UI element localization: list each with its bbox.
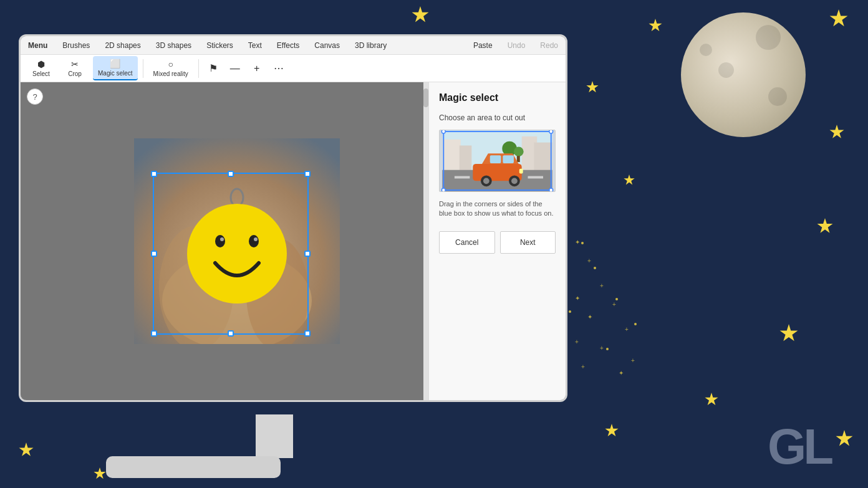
scrollbar-thumb[interactable] <box>423 89 428 107</box>
next-button[interactable]: Next <box>500 231 556 254</box>
svg-rect-30 <box>519 169 523 174</box>
menu-item-effects[interactable]: Effects <box>274 40 302 51</box>
monitor-stand <box>256 414 293 458</box>
panel-preview <box>439 130 556 192</box>
plus-icon: + <box>254 63 259 74</box>
select-icon: ⬢ <box>37 59 45 69</box>
smiley-svg <box>134 138 340 344</box>
toolbar-action-3[interactable]: + <box>248 60 266 77</box>
menu-item-3d-library[interactable]: 3D library <box>352 40 389 51</box>
menu-item-undo[interactable]: Undo <box>505 40 528 51</box>
menu-item-canvas[interactable]: Canvas <box>312 40 342 51</box>
menu-item-stickers[interactable]: Stickers <box>204 40 236 51</box>
magic-select-icon: ⬜ <box>110 59 120 69</box>
gl-logo: GL <box>768 418 831 476</box>
toolbar-action-4[interactable]: ⋯ <box>269 60 289 77</box>
panel-description: Drag in the corners or sides of the blue… <box>439 199 556 219</box>
menu-item-text[interactable]: Text <box>246 40 264 51</box>
app-window: Menu Brushes 2D shapes 3D shapes Sticker… <box>21 36 566 400</box>
mixed-reality-icon: ○ <box>168 59 173 69</box>
svg-point-32 <box>441 130 445 133</box>
svg-point-9 <box>254 237 258 241</box>
monitor: Menu Brushes 2D shapes 3D shapes Sticker… <box>19 34 592 488</box>
svg-rect-14 <box>534 143 552 173</box>
panel-buttons: Cancel Next <box>439 231 556 254</box>
canvas-area[interactable]: ? <box>21 82 428 400</box>
cancel-button[interactable]: Cancel <box>439 231 495 254</box>
minus-icon: — <box>230 63 240 74</box>
svg-point-29 <box>511 178 518 184</box>
smiley-image <box>134 138 340 344</box>
svg-point-35 <box>549 188 553 191</box>
crop-icon: ✂ <box>71 59 79 69</box>
svg-point-27 <box>483 178 489 184</box>
menu-item-2d-shapes[interactable]: 2D shapes <box>102 40 143 51</box>
toolbar-sep-1 <box>143 59 143 78</box>
menu-bar: Menu Brushes 2D shapes 3D shapes Sticker… <box>21 36 566 55</box>
svg-rect-11 <box>442 140 460 173</box>
svg-point-8 <box>220 237 224 241</box>
svg-rect-20 <box>455 176 470 179</box>
panel-subtitle: Choose an area to cut out <box>439 113 556 122</box>
menu-item-brushes[interactable]: Brushes <box>60 40 92 51</box>
svg-rect-22 <box>528 176 544 179</box>
monitor-base <box>106 456 281 478</box>
mixed-reality-button[interactable]: ○ Mixed reality <box>148 57 193 80</box>
flag-icon: ⚑ <box>209 62 218 74</box>
menu-item-redo[interactable]: Redo <box>538 40 561 51</box>
right-panel: Magic select Choose an area to cut out <box>428 82 566 400</box>
svg-rect-12 <box>460 146 472 173</box>
more-icon: ⋯ <box>274 62 284 74</box>
svg-point-5 <box>187 204 287 304</box>
svg-point-34 <box>441 188 445 191</box>
monitor-screen: Menu Brushes 2D shapes 3D shapes Sticker… <box>19 34 567 402</box>
svg-rect-18 <box>517 156 520 162</box>
menu-item-paste[interactable]: Paste <box>471 40 495 51</box>
panel-title: Magic select <box>439 92 556 103</box>
svg-point-7 <box>249 235 259 247</box>
crop-button[interactable]: ✂ Crop <box>59 57 90 80</box>
toolbar-action-2[interactable]: — <box>225 60 245 77</box>
main-area: ? <box>21 82 566 400</box>
magic-select-button[interactable]: ⬜ Magic select <box>93 56 138 80</box>
toolbar: ⬢ Select ✂ Crop ⬜ Magic select ○ Mixed r… <box>21 55 566 82</box>
svg-rect-24 <box>490 155 501 163</box>
menu-item-3d-shapes[interactable]: 3D shapes <box>153 40 194 51</box>
toolbar-sep-2 <box>198 59 199 78</box>
svg-rect-25 <box>503 155 514 163</box>
canvas-content <box>21 82 428 400</box>
svg-point-17 <box>514 146 524 156</box>
toolbar-action-1[interactable]: ⚑ <box>204 60 223 77</box>
select-button[interactable]: ⬢ Select <box>26 57 57 80</box>
car-scene-svg <box>440 130 555 191</box>
menu-item-menu[interactable]: Menu <box>26 40 50 51</box>
svg-point-6 <box>215 235 225 247</box>
svg-point-33 <box>549 130 553 133</box>
moon <box>681 12 806 137</box>
vertical-scrollbar[interactable] <box>423 82 428 400</box>
